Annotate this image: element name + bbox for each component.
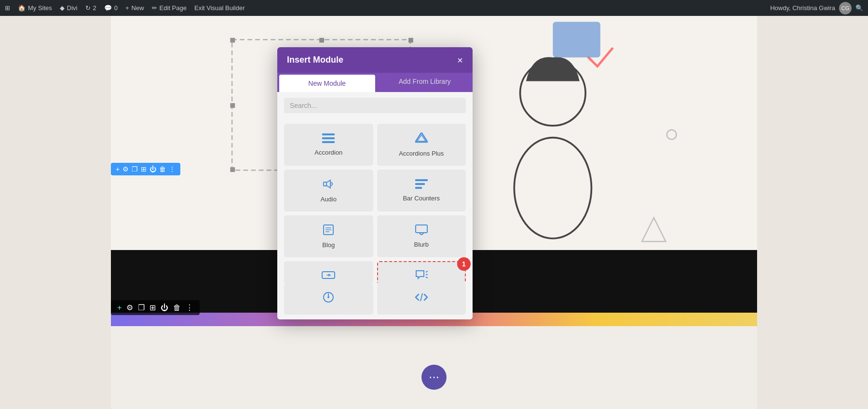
blog-label: Blog bbox=[322, 241, 335, 249]
wp-icon: ⊞ bbox=[5, 4, 10, 12]
search-icon[interactable]: 🔍 bbox=[855, 4, 863, 12]
divi-icon: ◆ bbox=[60, 4, 65, 12]
modal-header: Insert Module × bbox=[277, 47, 473, 73]
accordions-plus-icon bbox=[415, 132, 428, 147]
audio-label: Audio bbox=[321, 196, 337, 203]
svg-line-33 bbox=[426, 271, 428, 272]
divi-label: Divi bbox=[67, 4, 78, 12]
module-item-accordions-plus[interactable]: Accordions Plus bbox=[377, 124, 466, 166]
edit-page-label: Edit Page bbox=[160, 4, 187, 12]
insert-module-modal: Insert Module × New Module Add From Libr… bbox=[277, 47, 473, 319]
admin-topbar: ⊞ 🏠 My Sites ◆ Divi ↻ 2 💬 0 + New ✏ Edit… bbox=[0, 0, 868, 16]
svg-rect-18 bbox=[322, 133, 335, 135]
page-canvas: + + ⚙ ❐ ⊞ ⏻ 🗑 bbox=[0, 16, 868, 409]
selection-badge: 1 bbox=[457, 257, 471, 271]
svg-rect-24 bbox=[415, 179, 428, 181]
svg-rect-19 bbox=[322, 137, 335, 139]
user-greeting: Howdy, Christina Gwira bbox=[770, 4, 835, 12]
svg-rect-23 bbox=[324, 182, 326, 186]
svg-rect-26 bbox=[415, 187, 422, 189]
wp-icon-link[interactable]: ⊞ bbox=[5, 4, 10, 12]
topbar-right: Howdy, Christina Gwira CG 🔍 bbox=[770, 2, 863, 14]
module-item-accordion[interactable]: Accordion bbox=[284, 124, 373, 166]
tab-new-module[interactable]: New Module bbox=[279, 75, 375, 92]
new-label: New bbox=[132, 4, 144, 12]
blog-icon bbox=[323, 224, 334, 238]
home-icon: 🏠 bbox=[18, 4, 26, 12]
updates-count: 2 bbox=[93, 4, 96, 12]
svg-rect-31 bbox=[416, 225, 427, 233]
my-sites-label: My Sites bbox=[28, 4, 52, 12]
svg-line-35 bbox=[426, 277, 428, 278]
module-item-call-to-action[interactable]: Call To Action 1 bbox=[377, 261, 466, 283]
pencil-icon: ✏ bbox=[152, 4, 157, 12]
edit-page-link[interactable]: ✏ Edit Page bbox=[152, 4, 187, 12]
modal-tabs: New Module Add From Library bbox=[277, 73, 473, 92]
module-search-area bbox=[277, 92, 473, 119]
module-item-code[interactable] bbox=[377, 283, 466, 315]
module-grid: Accordion Accordions Plus Audio bbox=[277, 119, 473, 283]
svg-rect-25 bbox=[415, 183, 425, 185]
user-avatar[interactable]: CG bbox=[839, 2, 852, 14]
module-item-circle-counter[interactable] bbox=[284, 283, 373, 315]
comment-icon: 💬 bbox=[104, 4, 112, 12]
comments-count: 0 bbox=[114, 4, 118, 12]
module-item-audio[interactable]: Audio bbox=[284, 170, 373, 211]
exit-vb-label: Exit Visual Builder bbox=[194, 4, 245, 12]
bar-counters-icon bbox=[415, 179, 428, 192]
module-item-blurb[interactable]: Blurb bbox=[377, 215, 466, 257]
blurb-label: Blurb bbox=[414, 241, 429, 248]
my-sites-link[interactable]: 🏠 My Sites bbox=[18, 4, 52, 12]
audio-icon bbox=[323, 178, 334, 193]
plus-icon: + bbox=[125, 4, 129, 12]
module-item-blog[interactable]: Blog bbox=[284, 215, 373, 257]
code-icon bbox=[415, 292, 428, 305]
updates-link[interactable]: ↻ 2 bbox=[85, 4, 96, 12]
bar-counters-label: Bar Counters bbox=[403, 195, 440, 202]
comments-link[interactable]: 💬 0 bbox=[104, 4, 118, 12]
button-icon bbox=[322, 270, 335, 283]
refresh-icon: ↻ bbox=[85, 4, 91, 12]
circle-counter-icon bbox=[323, 291, 334, 306]
module-item-button[interactable]: Button bbox=[284, 261, 373, 283]
accordion-icon bbox=[322, 133, 335, 146]
modal-overlay: Insert Module × New Module Add From Libr… bbox=[0, 16, 868, 409]
modal-title: Insert Module bbox=[287, 55, 343, 65]
svg-line-38 bbox=[420, 293, 422, 301]
new-link[interactable]: + New bbox=[125, 4, 144, 12]
accordions-plus-label: Accordions Plus bbox=[399, 150, 444, 157]
svg-point-37 bbox=[327, 296, 329, 298]
module-search-input[interactable] bbox=[284, 98, 466, 113]
exit-vb-link[interactable]: Exit Visual Builder bbox=[194, 4, 245, 12]
svg-rect-20 bbox=[322, 141, 335, 143]
call-to-action-icon bbox=[415, 270, 428, 283]
tab-add-from-library[interactable]: Add From Library bbox=[377, 73, 473, 92]
modal-close-button[interactable]: × bbox=[457, 55, 463, 65]
blurb-icon bbox=[415, 224, 428, 238]
module-grid-partial bbox=[277, 283, 473, 319]
divi-link[interactable]: ◆ Divi bbox=[60, 4, 78, 12]
module-item-bar-counters[interactable]: Bar Counters bbox=[377, 170, 466, 211]
accordion-label: Accordion bbox=[314, 149, 342, 156]
